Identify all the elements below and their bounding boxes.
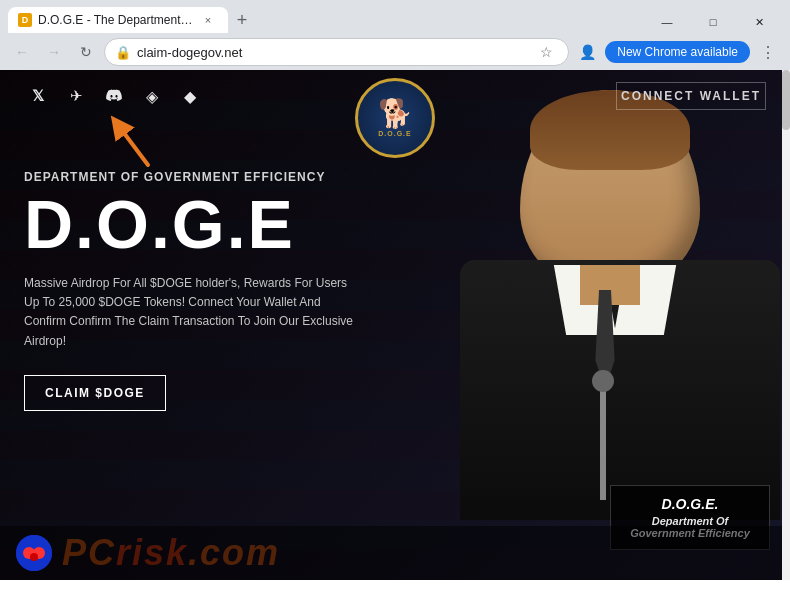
reload-button[interactable]: ↻ <box>72 38 100 66</box>
site-logo: 🐕 D.O.G.E <box>355 78 435 158</box>
mic-stand <box>600 380 606 500</box>
watermark-risk: risk <box>116 532 188 573</box>
scrollbar-thumb[interactable] <box>782 70 790 130</box>
watermark-bar: PCrisk.com <box>0 526 790 580</box>
website-nav: 𝕏 ✈ ◈ ◆ <box>0 70 790 122</box>
social-icons-group: 𝕏 ✈ ◈ ◆ <box>24 82 204 110</box>
x-twitter-icon[interactable]: 𝕏 <box>24 82 52 110</box>
tab-bar: D D.O.G.E - The Department of G... × + —… <box>0 0 790 34</box>
tab-close-button[interactable]: × <box>200 12 216 28</box>
bookmark-icon[interactable]: ☆ <box>534 40 558 64</box>
hero-description: Massive Airdrop For All $DOGE holder's, … <box>24 274 354 351</box>
close-window-button[interactable]: ✕ <box>736 6 782 38</box>
tab-title: D.O.G.E - The Department of G... <box>38 13 194 27</box>
profile-icon: 👤 <box>579 44 596 60</box>
tab-favicon: D <box>18 13 32 27</box>
chrome-update-button[interactable]: New Chrome available <box>605 41 750 63</box>
website-content: 𝕏 ✈ ◈ ◆ <box>0 70 790 580</box>
person-figure <box>460 90 780 520</box>
microphone <box>592 370 614 392</box>
doge-emoji: 🐕 <box>378 100 413 128</box>
hero-title: D.O.G.E <box>24 190 354 258</box>
browser-chrome: D D.O.G.E - The Department of G... × + —… <box>0 0 790 70</box>
forward-button[interactable]: → <box>40 38 68 66</box>
podium-title: D.O.G.E. <box>627 496 753 512</box>
watermark-pc: PC <box>62 532 116 573</box>
connect-wallet-button[interactable]: CONNECT WALLET <box>616 82 766 110</box>
watermark-text: PCrisk.com <box>62 532 280 574</box>
url-text: claim-dogegov.net <box>137 45 528 60</box>
pcrisk-logo <box>16 535 52 571</box>
profile-button[interactable]: 👤 <box>573 38 601 66</box>
lock-icon: 🔒 <box>115 45 131 60</box>
ethereum-icon[interactable]: ◆ <box>176 82 204 110</box>
claim-button[interactable]: CLAIM $DOGE <box>24 375 166 411</box>
minimize-button[interactable]: — <box>644 6 690 38</box>
logo-text: D.O.G.E <box>378 130 413 137</box>
svg-point-5 <box>30 553 38 561</box>
maximize-button[interactable]: □ <box>690 6 736 38</box>
active-tab[interactable]: D D.O.G.E - The Department of G... × <box>8 7 228 33</box>
logo-inner: 🐕 D.O.G.E <box>378 100 413 137</box>
new-tab-button[interactable]: + <box>228 6 256 34</box>
back-button[interactable]: ← <box>8 38 36 66</box>
window-controls: — □ ✕ <box>636 0 790 44</box>
scrollbar-track[interactable] <box>782 70 790 580</box>
hero-subtitle: DEPARTMENT OF GOVERNMENT EFFICIENCY <box>24 170 354 184</box>
address-bar[interactable]: 🔒 claim-dogegov.net ☆ <box>104 38 569 66</box>
telegram-icon[interactable]: ✈ <box>62 82 90 110</box>
discord-icon[interactable] <box>100 82 128 110</box>
watermark-com: .com <box>188 532 280 573</box>
opensea-icon[interactable]: ◈ <box>138 82 166 110</box>
hero-content: DEPARTMENT OF GOVERNMENT EFFICIENCY D.O.… <box>24 170 354 411</box>
